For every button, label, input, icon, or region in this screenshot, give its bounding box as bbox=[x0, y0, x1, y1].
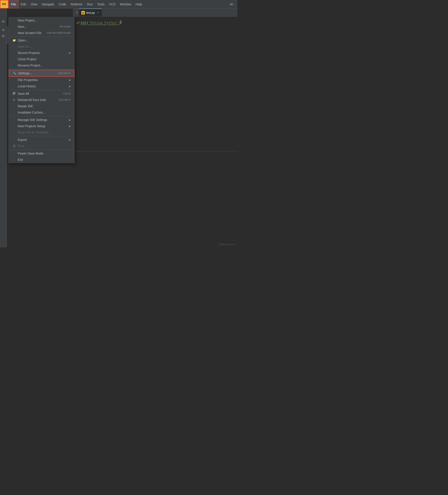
new-project-label: New Project... bbox=[18, 19, 37, 22]
menu-exit[interactable]: Exit bbox=[9, 157, 74, 163]
app-icon: PC bbox=[0, 0, 9, 9]
new-projects-icon bbox=[12, 124, 16, 128]
menu-item-window[interactable]: Window bbox=[118, 0, 134, 8]
menu-item-tools[interactable]: Tools bbox=[95, 0, 107, 8]
cache-icon bbox=[12, 111, 16, 114]
ai-menu-label[interactable]: AI - bbox=[227, 2, 238, 6]
code-content: print('hellow Python') bbox=[73, 17, 238, 151]
editor-tabs: ✕ py test.py ✕ bbox=[73, 9, 238, 17]
menu-item-navigate[interactable]: Navigate bbox=[40, 0, 56, 8]
export-icon bbox=[12, 138, 16, 142]
menu-new-scratch-file[interactable]: New Scratch File Ctrl+Alt+Shift+Insert bbox=[9, 30, 74, 36]
save-all-label: Save All bbox=[18, 92, 29, 96]
sep-1 bbox=[9, 37, 74, 37]
menu-item-run[interactable]: Run bbox=[85, 0, 95, 8]
svg-rect-5 bbox=[14, 147, 15, 147]
tab-close-btn[interactable]: ✕ bbox=[96, 11, 100, 14]
folder-icon: 📁 bbox=[12, 39, 16, 42]
sep-5 bbox=[9, 136, 74, 136]
close-project-icon bbox=[12, 57, 16, 61]
recent-icon bbox=[12, 51, 16, 55]
ai-panel-label[interactable]: AI bbox=[0, 17, 6, 26]
run-label: Run bbox=[87, 2, 93, 6]
menu-bar: PC File Edit View Navigate Code Refactor… bbox=[0, 0, 238, 9]
py-file-icon: py bbox=[81, 11, 85, 14]
sidebar-icons: ⊞ ▤ bbox=[0, 27, 7, 39]
reload-icon: ↻ bbox=[12, 98, 16, 102]
save-as-icon bbox=[12, 45, 16, 48]
sidebar-icon-2[interactable]: ▤ bbox=[1, 33, 6, 38]
manage-ide-label: Manage IDE Settings bbox=[18, 118, 47, 122]
settings-shortcut: Ctrl+Alt+S bbox=[58, 72, 70, 75]
vcs-label: VCS bbox=[109, 2, 116, 6]
editor-tab-test-py[interactable]: py test.py ✕ bbox=[79, 9, 102, 16]
menu-save-all[interactable]: Save All Ctrl+S bbox=[9, 91, 74, 97]
close-editor-btn[interactable]: ✕ bbox=[75, 10, 79, 15]
editor-area: ✕ py test.py ✕ print('hellow Python') bbox=[73, 9, 238, 248]
rename-icon bbox=[12, 64, 16, 67]
recent-arrow: ▶ bbox=[69, 52, 71, 55]
code-label: Code bbox=[59, 2, 66, 6]
menu-save-template: Save File as Template... bbox=[9, 129, 74, 136]
recent-label: Recent Projects bbox=[18, 51, 40, 55]
menu-rename-project[interactable]: Rename Project... bbox=[9, 62, 74, 69]
menu-repair-ide[interactable]: Repair IDE bbox=[9, 103, 74, 109]
menu-settings[interactable]: 🔧 Settings... Ctrl+Alt+S bbox=[9, 70, 74, 77]
menu-close-project[interactable]: Close Project bbox=[9, 56, 74, 62]
menu-new-project[interactable]: New Project... bbox=[9, 17, 74, 24]
menu-item-refactor[interactable]: Refactor bbox=[69, 0, 85, 8]
local-history-label: Local History bbox=[18, 84, 36, 88]
file-props-arrow: ▶ bbox=[69, 79, 71, 82]
settings-label: Settings... bbox=[18, 71, 32, 75]
manage-ide-icon bbox=[12, 118, 16, 122]
menu-power-save[interactable]: Power Save Mode bbox=[9, 150, 74, 157]
menu-item-view[interactable]: View bbox=[28, 0, 40, 8]
menu-item-help[interactable]: Help bbox=[133, 0, 144, 8]
repair-icon bbox=[12, 104, 16, 108]
sep-6 bbox=[9, 150, 74, 150]
menu-reload-all[interactable]: ↻ Reload All from Disk Ctrl+Alt+Y bbox=[9, 97, 74, 103]
file-props-label: File Properties bbox=[18, 78, 38, 82]
new-projects-arrow: ▶ bbox=[69, 125, 71, 128]
menu-print: Print... bbox=[9, 143, 74, 149]
menu-item-edit[interactable]: Edit bbox=[19, 0, 28, 8]
menu-item-vcs[interactable]: VCS bbox=[107, 0, 118, 8]
print-icon bbox=[12, 144, 16, 148]
new-icon bbox=[12, 25, 16, 28]
file-dropdown-menu: New Project... New... Alt+Insert New Scr… bbox=[9, 17, 75, 163]
reload-shortcut: Ctrl+Alt+Y bbox=[58, 98, 71, 101]
menu-item-code[interactable]: Code bbox=[56, 0, 68, 8]
menu-item-file[interactable]: File bbox=[9, 0, 19, 8]
menu-export[interactable]: Export ▶ bbox=[9, 137, 74, 143]
open-label: Open... bbox=[18, 39, 28, 42]
tab-filename: test.py bbox=[86, 11, 95, 14]
exit-label: Exit bbox=[18, 158, 23, 162]
menu-new[interactable]: New... Alt+Insert bbox=[9, 24, 74, 30]
export-label: Export bbox=[18, 138, 27, 142]
menu-invalidate-caches[interactable]: Invalidate Caches... bbox=[9, 109, 74, 116]
new-projects-label: New Projects Setup bbox=[18, 124, 45, 128]
menu-local-history[interactable]: Local History ▶ bbox=[9, 83, 74, 89]
save-all-shortcut: Ctrl+S bbox=[63, 92, 71, 95]
invalidate-label: Invalidate Caches... bbox=[18, 111, 45, 114]
code-line-1: print('hellow Python') bbox=[76, 20, 234, 25]
menu-new-projects-setup[interactable]: New Projects Setup ▶ bbox=[9, 123, 74, 129]
edit-label: Edit bbox=[21, 2, 26, 6]
power-save-label: Power Save Mode bbox=[18, 152, 43, 155]
new-label: New... bbox=[18, 25, 27, 28]
file-props-icon bbox=[12, 78, 16, 82]
save-as-label: Save As... bbox=[18, 45, 32, 48]
code-rest: int('hellow Python') bbox=[80, 21, 121, 25]
menu-save-as: Save As... bbox=[9, 43, 74, 50]
menu-manage-ide[interactable]: Manage IDE Settings ▶ bbox=[9, 117, 74, 123]
scratch-label: New Scratch File bbox=[18, 31, 42, 35]
svg-rect-3 bbox=[13, 145, 15, 146]
menu-file-properties[interactable]: File Properties ▶ bbox=[9, 77, 74, 83]
rename-label: Rename Project... bbox=[18, 64, 43, 67]
print-keyword: pr bbox=[76, 21, 80, 25]
menu-open[interactable]: 📁 Open... bbox=[9, 37, 74, 43]
menu-recent-projects[interactable]: Recent Projects ▶ bbox=[9, 50, 74, 56]
template-icon bbox=[12, 131, 16, 134]
sidebar-icon-1[interactable]: ⊞ bbox=[1, 27, 6, 32]
svg-rect-0 bbox=[13, 92, 15, 93]
